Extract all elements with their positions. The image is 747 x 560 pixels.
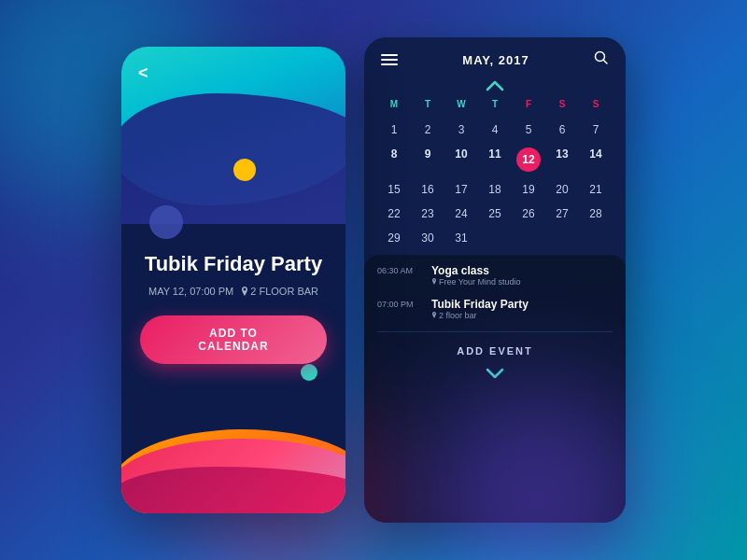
cal-day[interactable]: 30	[411, 227, 444, 249]
cal-day[interactable]: 6	[545, 119, 579, 141]
chevron-down-button[interactable]	[377, 362, 613, 381]
chevron-down-icon	[486, 368, 504, 379]
event-card: < Tubik Friday Party MAY 12, 07:00 PM 2 …	[121, 47, 345, 513]
cal-day[interactable]: 4	[478, 119, 512, 141]
cal-day[interactable]: 26	[512, 203, 545, 225]
card-top-waves	[121, 47, 345, 233]
divider	[377, 331, 613, 332]
event-date: MAY 12, 07:00 PM	[148, 286, 233, 297]
event-name-party: Tubik Friday Party	[431, 298, 529, 311]
cal-day[interactable]: 14	[579, 143, 613, 176]
wave-teal-2	[121, 93, 345, 224]
day-header-m: M	[377, 95, 411, 113]
cal-day[interactable]: 2	[411, 119, 444, 141]
cal-day[interactable]: 27	[545, 203, 579, 225]
cal-day[interactable]: 7	[579, 119, 613, 141]
cal-day[interactable]: 15	[377, 178, 411, 201]
cal-day[interactable]: 11	[478, 143, 512, 176]
bottom-waves	[121, 392, 345, 513]
calendar-header: MAY, 2017	[364, 37, 626, 78]
event-info-party: Tubik Friday Party 2 floor bar	[431, 298, 529, 320]
calendar-weeks: 1 2 3 4 5 6 7 8 9 10 11 12 13 14	[377, 119, 613, 249]
cal-day[interactable]: 18	[478, 178, 512, 201]
chevron-up-button[interactable]	[364, 78, 626, 95]
event-item-party: 07:00 PM Tubik Friday Party 2 floor bar	[377, 298, 613, 320]
day-header-t1: T	[411, 95, 444, 113]
day-header-f: F	[512, 95, 545, 113]
event-name-yoga: Yoga class	[431, 264, 521, 277]
week-2: 8 9 10 11 12 13 14	[377, 143, 613, 176]
event-content: Tubik Friday Party MAY 12, 07:00 PM 2 FL…	[121, 233, 345, 364]
menu-line-3	[381, 63, 398, 65]
chevron-up-icon	[486, 80, 504, 91]
week-3: 15 16 17 18 19 20 21	[377, 178, 613, 201]
calendar-grid: M T W T F S S 1 2 3 4 5 6 7 8 9 10	[364, 95, 626, 249]
cal-day[interactable]: 25	[478, 203, 512, 225]
day-header-s2: S	[579, 95, 613, 113]
pin-icon-small-2	[431, 312, 437, 319]
search-icon	[594, 50, 609, 65]
event-time-party: 07:00 PM	[377, 298, 422, 309]
event-item-yoga: 06:30 AM Yoga class Free Your Mind studi…	[377, 264, 613, 287]
event-place-yoga: Free Your Mind studio	[431, 277, 521, 287]
pin-icon-small	[431, 278, 437, 286]
event-info-yoga: Yoga class Free Your Mind studio	[431, 264, 521, 287]
calendar-month-title: MAY, 2017	[462, 53, 529, 67]
pin-icon	[241, 287, 248, 296]
week-4: 22 23 24 25 26 27 28	[377, 203, 613, 225]
add-to-calendar-button[interactable]: ADD TO CALENDAR	[140, 315, 327, 364]
cal-day[interactable]: 21	[579, 178, 613, 201]
cal-day[interactable]: 8	[377, 143, 411, 176]
menu-line-1	[381, 54, 398, 56]
day-headers: M T W T F S S	[377, 95, 613, 113]
cal-day[interactable]: 1	[377, 119, 411, 141]
cal-day[interactable]: 28	[579, 203, 613, 225]
day-header-s1: S	[545, 95, 579, 113]
cal-day[interactable]: 17	[444, 178, 478, 201]
search-button[interactable]	[594, 50, 609, 69]
week-1: 1 2 3 4 5 6 7	[377, 119, 613, 141]
menu-line-2	[381, 59, 398, 61]
cal-day[interactable]: 22	[377, 203, 411, 225]
cal-day-today[interactable]: 12	[512, 143, 545, 176]
cal-day[interactable]: 19	[512, 178, 545, 201]
cal-day[interactable]: 29	[377, 227, 411, 249]
svg-line-1	[604, 61, 608, 64]
event-location: 2 FLOOR BAR	[241, 286, 318, 297]
event-place-party: 2 floor bar	[431, 311, 529, 320]
wave-magenta	[121, 467, 345, 513]
cal-day[interactable]: 24	[444, 203, 478, 225]
day-header-t2: T	[478, 95, 512, 113]
cal-day[interactable]: 13	[545, 143, 579, 176]
cal-day[interactable]: 16	[411, 178, 444, 201]
week-5: 29 30 31	[377, 227, 613, 249]
back-button[interactable]: <	[138, 63, 148, 83]
cal-day[interactable]: 23	[411, 203, 444, 225]
cal-day[interactable]: 9	[411, 143, 444, 176]
dot-teal-small	[301, 364, 317, 381]
cal-day[interactable]: 10	[444, 143, 478, 176]
dot-yellow	[233, 159, 256, 181]
event-meta: MAY 12, 07:00 PM 2 FLOOR BAR	[140, 286, 327, 297]
add-event-button[interactable]: ADD EVENT	[377, 340, 613, 362]
cal-day[interactable]: 3	[444, 119, 478, 141]
day-header-w: W	[444, 95, 478, 113]
cal-day[interactable]: 5	[512, 119, 545, 141]
event-time-yoga: 06:30 AM	[377, 264, 422, 275]
cal-day[interactable]: 31	[444, 227, 478, 249]
menu-button[interactable]	[381, 54, 398, 65]
cal-day[interactable]: 20	[545, 178, 579, 201]
event-title: Tubik Friday Party	[140, 252, 327, 276]
